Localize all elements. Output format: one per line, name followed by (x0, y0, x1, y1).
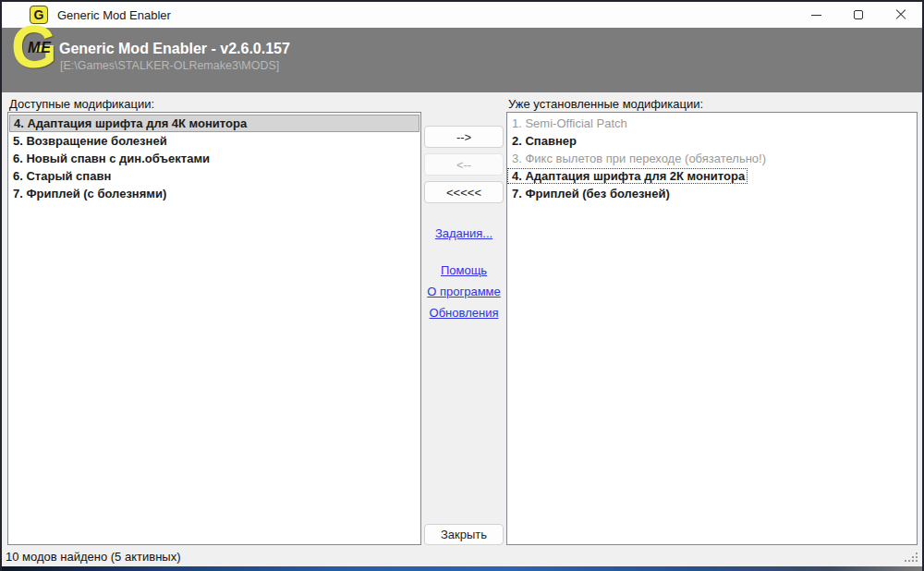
list-item-label: 4. Адаптация шрифта для 2К монитора (507, 168, 748, 184)
installed-mods-label: Уже установленные модификации: (508, 97, 703, 111)
list-item-label: 6. Новый спавн с дин.объектами (13, 152, 210, 165)
close-dialog-button[interactable]: Закрыть (424, 524, 504, 545)
maximize-icon (854, 10, 863, 19)
help-link[interactable]: Помощь (424, 263, 504, 277)
window-bottom-edge (2, 566, 922, 571)
close-button[interactable] (880, 2, 922, 28)
logo-badge-me: ME (28, 40, 52, 56)
tasks-link[interactable]: Задания... (424, 226, 504, 240)
list-item-label: 7. Фриплей (без болезней) (512, 187, 670, 200)
maximize-button[interactable] (837, 2, 880, 28)
enable-mod-button[interactable]: --> (424, 126, 504, 148)
list-item[interactable]: 4. Адаптация шрифта для 2К монитора (507, 167, 917, 185)
app-title: Generic Mod Enabler - v2.6.0.157 (59, 41, 290, 57)
list-item-label: 4. Адаптация шрифта для 4К монитора (14, 116, 247, 130)
list-item-label: 1. Semi-Official Patch (512, 116, 627, 130)
client-area: Доступные модификации: Уже установленные… (2, 92, 922, 566)
list-item[interactable]: 7. Фриплей (с болезнями) (8, 185, 420, 202)
disable-all-mods-button[interactable]: <<<<< (424, 181, 504, 203)
window-controls (795, 2, 922, 28)
list-item[interactable]: 2. Спавнер (507, 132, 917, 150)
updates-link[interactable]: Обновления (424, 306, 504, 320)
list-item[interactable]: 6. Новый спавн с дин.объектами (8, 150, 420, 167)
disable-mod-button[interactable]: <-- (424, 153, 504, 176)
resize-grip[interactable] (905, 550, 918, 563)
status-bar: 10 модов найдено (5 активных) (2, 546, 922, 566)
list-item-label: 3. Фикс вылетов при переходе (обязательн… (512, 152, 766, 165)
list-item[interactable]: 6. Старый спавн (8, 167, 420, 185)
list-item-label: 7. Фриплей (с болезнями) (13, 187, 166, 200)
gme-logo: G ME (11, 15, 67, 79)
app-window: G Generic Mod Enabler G ME Generic Mod E… (0, 0, 924, 571)
list-item[interactable]: 3. Фикс вылетов при переходе (обязательн… (507, 150, 917, 167)
titlebar[interactable]: G Generic Mod Enabler (2, 2, 922, 28)
list-item[interactable]: 5. Возвращение болезней (8, 132, 420, 150)
list-item[interactable]: 4. Адаптация шрифта для 4К монитора (9, 115, 419, 132)
list-item-label: 6. Старый спавн (13, 169, 111, 183)
available-mods-label: Доступные модификации: (9, 97, 154, 111)
list-item-label: 5. Возвращение болезней (13, 134, 167, 148)
about-link[interactable]: О программе (424, 285, 504, 298)
available-mods-list[interactable]: 4. Адаптация шрифта для 4К монитора5. Во… (7, 112, 421, 545)
minimize-icon (811, 15, 821, 16)
status-text: 10 модов найдено (5 активных) (6, 550, 181, 564)
mods-path: [E:\Games\STALKER-OLRemake3\MODS] (60, 59, 279, 72)
minimize-button[interactable] (795, 2, 837, 28)
list-item[interactable]: 7. Фриплей (без болезней) (507, 185, 917, 202)
window-title: Generic Mod Enabler (57, 8, 171, 22)
list-item[interactable]: 1. Semi-Official Patch (507, 115, 917, 132)
list-item-label: 2. Спавнер (512, 134, 577, 148)
header-banner: G ME Generic Mod Enabler - v2.6.0.157 [E… (2, 28, 922, 92)
installed-mods-list[interactable]: 1. Semi-Official Patch2. Спавнер3. Фикс … (506, 112, 918, 545)
